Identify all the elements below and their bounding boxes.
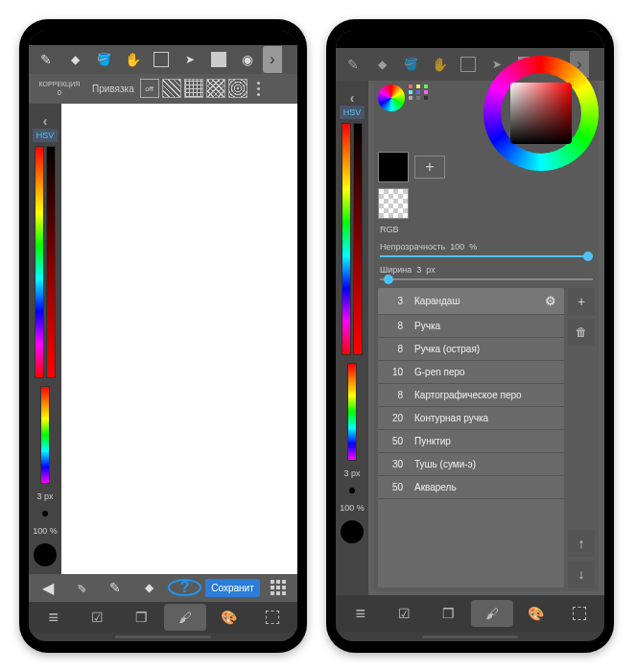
tool-pencil[interactable] bbox=[340, 51, 366, 78]
brush-list[interactable]: 3Карандаш⚙8Ручка8Ручка (острая)10G-pen п… bbox=[378, 288, 564, 588]
brush-size-value: 20 bbox=[386, 413, 403, 423]
eyedropper[interactable] bbox=[66, 574, 96, 601]
sidebar-back[interactable]: ‹ bbox=[342, 84, 362, 106]
value-slider-2[interactable] bbox=[40, 386, 50, 484]
value-slider-1[interactable] bbox=[46, 146, 56, 378]
value-slider-2[interactable] bbox=[347, 363, 357, 461]
brush-size-value: 50 bbox=[386, 436, 403, 446]
opacity-slider-row: Непрозрачность 100 % bbox=[378, 238, 595, 261]
tool-bucket[interactable] bbox=[397, 51, 424, 78]
brush-button[interactable] bbox=[471, 600, 513, 627]
pattern-more[interactable] bbox=[250, 82, 268, 96]
pattern-radial[interactable] bbox=[228, 79, 247, 98]
color-wheel[interactable] bbox=[483, 56, 599, 171]
layers-button[interactable] bbox=[427, 600, 469, 627]
help-icon[interactable]: ? bbox=[168, 579, 201, 596]
toolbar-more[interactable]: › bbox=[263, 46, 282, 73]
layers-button[interactable] bbox=[120, 604, 162, 631]
home-indicator bbox=[336, 632, 604, 641]
brush-row[interactable]: 30Тушь (суми-э) bbox=[378, 453, 564, 476]
apps-button[interactable] bbox=[264, 574, 294, 601]
brush-size-label: 3 px bbox=[343, 468, 360, 478]
tool-rect[interactable] bbox=[455, 51, 482, 78]
brush-size-value: 8 bbox=[386, 321, 403, 331]
current-color-icon[interactable] bbox=[34, 543, 57, 566]
brush-name: Ручка (острая) bbox=[414, 344, 480, 354]
opacity-slider[interactable] bbox=[380, 255, 593, 257]
hsv-tab[interactable]: HSV bbox=[33, 129, 59, 142]
tool-eraser[interactable] bbox=[61, 46, 88, 73]
pattern-off[interactable]: off bbox=[140, 79, 159, 98]
brush-row[interactable]: 8Ручка bbox=[378, 315, 564, 338]
pattern-parallel[interactable] bbox=[162, 79, 181, 98]
status-bar bbox=[336, 31, 604, 48]
select-button[interactable] bbox=[558, 600, 601, 627]
hsv-tab[interactable]: HSV bbox=[340, 106, 365, 119]
brush-preview-icon bbox=[42, 511, 48, 516]
brush-size-value: 50 bbox=[386, 482, 403, 492]
brush-row[interactable]: 3Карандаш⚙ bbox=[378, 288, 564, 315]
sub-toolbar: КОРРЕКЦИЯ 0 Привязка off bbox=[29, 74, 297, 104]
brush-delete-button[interactable] bbox=[568, 319, 595, 346]
brush-size-value: 10 bbox=[386, 367, 403, 377]
brush-row[interactable]: 50Пунктир bbox=[378, 430, 564, 453]
toggle-sidebar[interactable]: ◀ bbox=[33, 574, 62, 601]
hue-slider[interactable] bbox=[342, 123, 351, 355]
brush-name: Контурная ручка bbox=[414, 413, 488, 423]
edit-button[interactable] bbox=[77, 604, 119, 631]
brush-row[interactable]: 10G-pen перо bbox=[378, 361, 564, 384]
edit-button[interactable] bbox=[384, 600, 426, 627]
current-color-icon[interactable] bbox=[341, 520, 364, 543]
color-grid-icon[interactable] bbox=[409, 84, 436, 111]
palette-button[interactable] bbox=[515, 600, 557, 627]
screen: › ‹ HSV 3 px 100 % bbox=[336, 31, 604, 641]
brush-name: Карандаш bbox=[414, 296, 459, 306]
tool-gradient[interactable] bbox=[234, 46, 261, 73]
width-slider[interactable] bbox=[380, 278, 593, 280]
brush-name: Акварель bbox=[414, 482, 457, 492]
brush-row[interactable]: 20Контурная ручка bbox=[378, 407, 564, 430]
phone-left: › КОРРЕКЦИЯ 0 Привязка off bbox=[19, 19, 307, 653]
tool-transform[interactable] bbox=[177, 46, 203, 73]
save-button[interactable]: Сохранит bbox=[205, 579, 259, 597]
mid-pencil[interactable] bbox=[101, 574, 130, 601]
mid-eraser[interactable] bbox=[134, 574, 164, 601]
tool-hand[interactable] bbox=[119, 46, 146, 73]
brush-row[interactable]: 8Ручка (острая) bbox=[378, 338, 564, 361]
rgb-label[interactable]: RGB bbox=[380, 225, 595, 234]
brush-row[interactable]: 50Акварель bbox=[378, 476, 564, 499]
tool-hand[interactable] bbox=[426, 51, 453, 78]
canvas[interactable] bbox=[61, 104, 297, 574]
value-slider-1[interactable] bbox=[353, 123, 363, 355]
tool-fill-rect[interactable] bbox=[205, 46, 232, 73]
width-slider-row: Ширина 3 px bbox=[378, 261, 595, 284]
pattern-cross[interactable] bbox=[206, 79, 225, 98]
bottom-bar bbox=[29, 602, 297, 634]
swatch-transparent[interactable] bbox=[378, 188, 409, 219]
tool-bucket[interactable] bbox=[90, 46, 117, 73]
canvas-area: ‹ HSV 3 px 100 % bbox=[29, 104, 297, 574]
tool-rect[interactable] bbox=[148, 46, 175, 73]
correction-display[interactable]: КОРРЕКЦИЯ 0 bbox=[33, 75, 86, 102]
select-button[interactable] bbox=[251, 604, 294, 631]
brush-up-button[interactable]: ↑ bbox=[568, 530, 595, 557]
brush-button[interactable] bbox=[164, 604, 206, 631]
brush-size-value: 30 bbox=[386, 459, 403, 469]
brush-add-button[interactable]: + bbox=[568, 288, 595, 315]
hue-slider[interactable] bbox=[35, 146, 44, 378]
palette-button[interactable] bbox=[208, 604, 250, 631]
menu-button[interactable] bbox=[33, 604, 75, 631]
gear-icon[interactable]: ⚙ bbox=[545, 294, 556, 308]
brush-name: G-pen перо bbox=[414, 367, 465, 377]
brush-row[interactable]: 8Картографическое перо bbox=[378, 384, 564, 407]
menu-button[interactable] bbox=[340, 600, 382, 627]
sidebar-back[interactable]: ‹ bbox=[35, 108, 55, 129]
pattern-grid[interactable] bbox=[184, 79, 203, 98]
brush-name: Ручка bbox=[414, 321, 440, 331]
tool-pencil[interactable] bbox=[33, 46, 59, 73]
color-wheel-icon[interactable] bbox=[378, 84, 405, 111]
tool-eraser[interactable] bbox=[368, 51, 395, 78]
sv-square[interactable] bbox=[510, 83, 572, 144]
brush-down-button[interactable]: ↓ bbox=[568, 561, 595, 588]
brush-size-value: 3 bbox=[386, 296, 403, 306]
